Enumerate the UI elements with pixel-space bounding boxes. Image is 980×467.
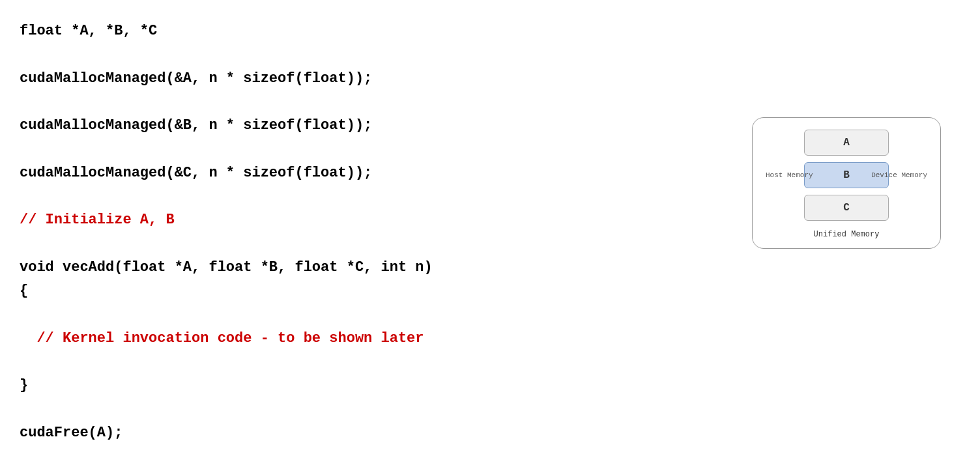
code-section: float *A, *B, *C cudaMallocManaged(&A, n… (20, 13, 745, 467)
code-line-6: cudaMallocManaged(&C, n * sizeof(float))… (20, 162, 745, 185)
code-line-15: } (20, 374, 745, 397)
code-line-10: void vecAdd(float *A, float *B, float *C… (20, 256, 745, 279)
code-line-13: // Kernel invocation code - to be shown … (20, 327, 745, 350)
code-line-12 (20, 304, 745, 327)
memory-row-a: A (766, 130, 927, 156)
block-a: A (804, 130, 889, 156)
code-line-4: cudaMallocManaged(&B, n * sizeof(float))… (20, 114, 745, 137)
memory-row-b: Host Memory B Device Memory (766, 162, 927, 188)
code-line-8: // Initialize A, B (20, 208, 745, 232)
code-line-1 (20, 43, 745, 66)
code-line-9 (20, 233, 745, 256)
code-line-2: cudaMallocManaged(&A, n * sizeof(float))… (20, 67, 745, 91)
code-line-16 (20, 398, 745, 421)
code-line-11: { (20, 279, 745, 303)
unified-memory-label: Unified Memory (814, 230, 880, 239)
code-line-18 (20, 445, 745, 467)
code-line-0: float *A, *B, *C (20, 20, 745, 43)
code-line-5 (20, 137, 745, 161)
code-line-17: cudaFree(A); (20, 421, 745, 445)
host-memory-label: Host Memory (766, 171, 813, 179)
code-line-7 (20, 185, 745, 208)
code-line-3 (20, 91, 745, 114)
code-line-14 (20, 350, 745, 374)
block-c: C (804, 195, 889, 221)
device-memory-label: Device Memory (871, 171, 927, 179)
unified-memory-box: A Host Memory B Device Memory C Unified … (752, 117, 941, 249)
diagram-section: A Host Memory B Device Memory C Unified … (745, 117, 947, 249)
memory-row-c: C (766, 195, 927, 221)
